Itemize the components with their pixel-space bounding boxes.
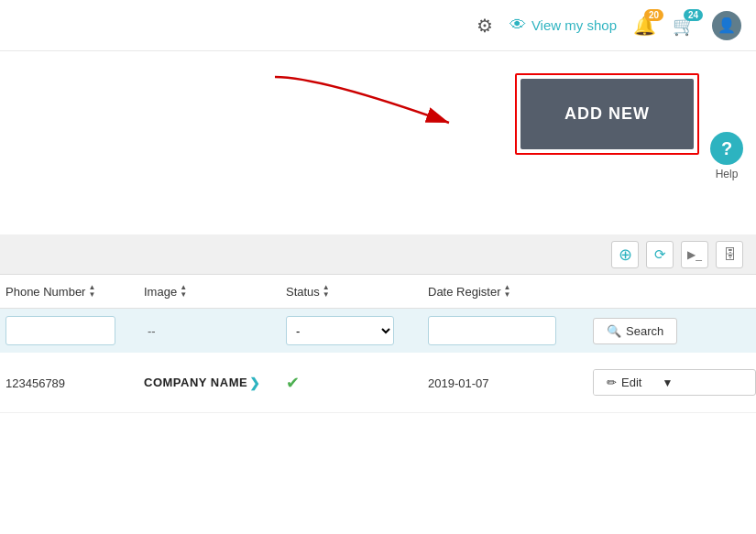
notification-badge: 20 (644, 9, 663, 21)
phone-value: 123456789 (5, 376, 65, 390)
help-circle-icon: ? (710, 132, 743, 165)
search-button[interactable]: 🔍 Search (593, 318, 677, 344)
filter-phone-cell (2, 316, 144, 345)
filter-search-cell: 🔍 Search (593, 318, 756, 344)
sort-status-icon[interactable]: ▲▼ (323, 284, 330, 299)
cell-action: ✏ Edit ▼ (593, 369, 756, 396)
sort-image-icon[interactable]: ▲▼ (180, 284, 187, 299)
db-button[interactable]: 🗄 (716, 241, 743, 268)
header: ⚙ 👁 View my shop 🔔 20 🛒 24 👤 (0, 0, 756, 51)
company-arrow-icon: ❯ (249, 376, 261, 390)
pencil-icon: ✏ (607, 376, 617, 389)
add-new-button[interactable]: ADD NEW (520, 79, 694, 149)
filter-date-input[interactable] (428, 316, 556, 345)
view-shop-label: View my shop (531, 17, 617, 33)
terminal-button[interactable]: ▶_ (681, 241, 708, 268)
add-row-button[interactable]: ⊕ (611, 241, 639, 268)
db-icon: 🗄 (723, 246, 737, 262)
avatar[interactable]: 👤 (712, 11, 741, 40)
filter-date-cell (428, 316, 593, 345)
notification-bell[interactable]: 🔔 20 (633, 15, 656, 37)
date-value: 2019-01-07 (428, 376, 489, 390)
arrow-indicator (266, 68, 467, 159)
edit-dropdown-button[interactable]: ▼ (654, 371, 680, 395)
company-logo: COMPANY NAME ❯ (144, 376, 286, 390)
table-header: Phone Number ▲▼ Image ▲▼ Status ▲▼ Date … (0, 275, 756, 309)
cell-image: COMPANY NAME ❯ (144, 376, 286, 390)
filter-image-cell: -- (144, 322, 286, 339)
filter-phone-input[interactable] (5, 316, 115, 345)
add-new-section: ADD NEW ? Help (0, 51, 756, 234)
chevron-down-icon: ▼ (662, 376, 673, 389)
cell-status: ✔ (286, 373, 428, 393)
company-name-text: COMPANY NAME (144, 376, 247, 389)
filter-status-select[interactable]: - (286, 316, 394, 345)
view-my-shop-link[interactable]: 👁 View my shop (509, 16, 617, 35)
add-icon: ⊕ (619, 245, 632, 265)
avatar-icon: 👤 (718, 16, 736, 34)
cart-icon-wrapper[interactable]: 🛒 24 (673, 15, 696, 37)
help-label: Help (716, 168, 739, 180)
col-header-image: Image ▲▼ (144, 284, 286, 299)
edit-button[interactable]: ✏ Edit (594, 370, 654, 395)
help-button[interactable]: ? Help (710, 132, 743, 180)
status-check-icon: ✔ (286, 374, 300, 392)
gear-icon[interactable]: ⚙ (477, 15, 493, 37)
filter-image-placeholder: -- (144, 324, 156, 338)
search-label: Search (626, 324, 663, 338)
terminal-icon: ▶_ (687, 248, 702, 261)
table-row: 123456789 COMPANY NAME ❯ ✔ 2019-01-07 ✏ … (0, 353, 756, 413)
filter-status-cell: - (286, 316, 428, 345)
search-icon: 🔍 (607, 324, 621, 338)
cart-badge: 24 (684, 9, 703, 21)
filter-row: -- - 🔍 Search (0, 309, 756, 353)
col-phone-label: Phone Number (5, 285, 85, 299)
refresh-button[interactable]: ⟳ (646, 241, 674, 268)
col-status-label: Status (286, 285, 320, 299)
refresh-icon: ⟳ (654, 246, 666, 263)
edit-button-group[interactable]: ✏ Edit ▼ (593, 369, 756, 396)
sort-phone-icon[interactable]: ▲▼ (88, 284, 95, 299)
col-header-status: Status ▲▼ (286, 284, 428, 299)
cell-date: 2019-01-07 (428, 375, 593, 391)
add-new-highlight-box: ADD NEW (515, 73, 699, 155)
col-header-date: Date Register ▲▼ (428, 284, 593, 299)
cell-phone: 123456789 (2, 375, 144, 391)
col-date-label: Date Register (428, 285, 500, 299)
eye-icon: 👁 (509, 16, 526, 35)
edit-label: Edit (621, 376, 641, 389)
col-image-label: Image (144, 285, 177, 299)
sort-date-icon[interactable]: ▲▼ (503, 284, 510, 299)
table-toolbar: ⊕ ⟳ ▶_ 🗄 (0, 234, 756, 275)
col-header-phone: Phone Number ▲▼ (2, 284, 144, 299)
